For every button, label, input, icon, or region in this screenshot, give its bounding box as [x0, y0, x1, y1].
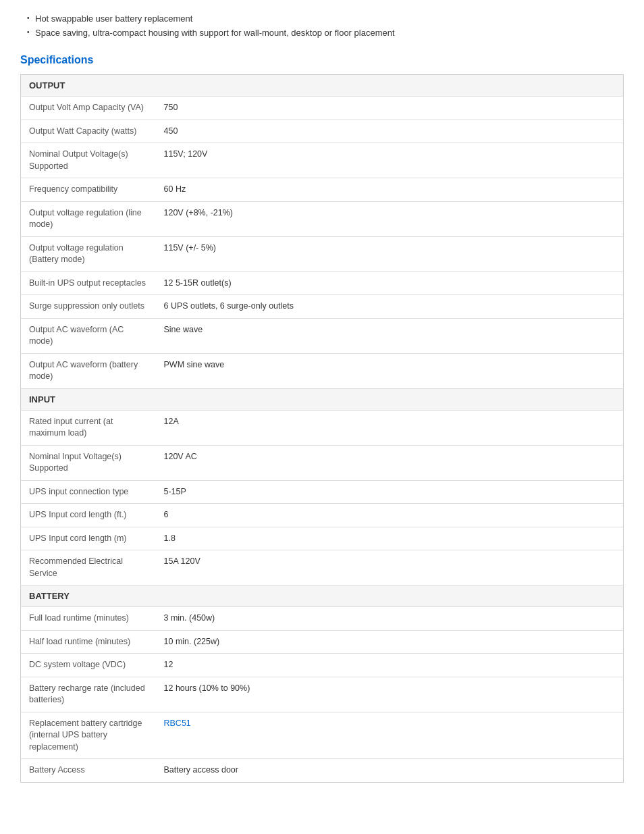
table-row: Output AC waveform (battery mode)PWM sin…: [21, 353, 624, 388]
row-value: 15A 120V: [156, 550, 624, 585]
row-label: Battery recharge rate (included batterie…: [21, 677, 156, 712]
row-label: Replacement battery cartridge (internal …: [21, 712, 156, 759]
row-value: 3 min. (450w): [156, 607, 624, 631]
row-label: Battery Access: [21, 759, 156, 783]
table-row: Output voltage regulation (Battery mode)…: [21, 236, 624, 271]
bullet-item-1: Hot swappable user battery replacement: [27, 14, 624, 24]
row-label: Output voltage regulation (Battery mode): [21, 236, 156, 271]
row-label: UPS Input cord length (ft.): [21, 504, 156, 527]
section-header-output: OUTPUT: [21, 75, 624, 97]
row-value: 450: [156, 120, 624, 143]
section-header-battery: BATTERY: [21, 585, 624, 607]
row-value: 120V (+8%, -21%): [156, 201, 624, 236]
row-label: Output voltage regulation (line mode): [21, 201, 156, 236]
spec-table: OUTPUTOutput Volt Amp Capacity (VA)750Ou…: [20, 74, 624, 783]
row-value: Sine wave: [156, 318, 624, 353]
row-value: Battery access door: [156, 759, 624, 783]
row-value: RBC51: [156, 712, 624, 759]
row-value: 115V (+/- 5%): [156, 236, 624, 271]
row-label: Output Volt Amp Capacity (VA): [21, 97, 156, 120]
row-label: Rated input current (at maximum load): [21, 410, 156, 445]
row-label: Nominal Output Voltage(s) Supported: [21, 143, 156, 178]
row-value: 115V; 120V: [156, 143, 624, 178]
row-label: Output AC waveform (battery mode): [21, 353, 156, 388]
row-value: 5-15P: [156, 480, 624, 504]
table-row: Built-in UPS output receptacles12 5-15R …: [21, 271, 624, 295]
table-row: UPS Input cord length (ft.)6: [21, 504, 624, 527]
table-row: Recommended Electrical Service15A 120V: [21, 550, 624, 585]
table-row: UPS Input cord length (m)1.8: [21, 527, 624, 550]
table-row: Surge suppression only outlets6 UPS outl…: [21, 295, 624, 319]
section-header-input: INPUT: [21, 388, 624, 410]
table-row: Battery recharge rate (included batterie…: [21, 677, 624, 712]
row-value: 6: [156, 504, 624, 527]
table-row: Rated input current (at maximum load)12A: [21, 410, 624, 445]
specs-title: Specifications: [20, 54, 624, 66]
row-label: Nominal Input Voltage(s) Supported: [21, 445, 156, 480]
row-value: 1.8: [156, 527, 624, 550]
table-row: Nominal Output Voltage(s) Supported115V;…: [21, 143, 624, 178]
row-value: 12A: [156, 410, 624, 445]
row-label: Frequency compatibility: [21, 178, 156, 202]
table-row: Output voltage regulation (line mode)120…: [21, 201, 624, 236]
table-row: Output Watt Capacity (watts)450: [21, 120, 624, 143]
table-row: DC system voltage (VDC)12: [21, 654, 624, 677]
row-value: 6 UPS outlets, 6 surge-only outlets: [156, 295, 624, 319]
section-header-label: BATTERY: [21, 585, 624, 607]
row-label: Surge suppression only outlets: [21, 295, 156, 319]
row-link[interactable]: RBC51: [164, 719, 191, 728]
table-row: Full load runtime (minutes)3 min. (450w): [21, 607, 624, 631]
row-label: UPS input connection type: [21, 480, 156, 504]
row-label: UPS Input cord length (m): [21, 527, 156, 550]
row-value: 12 hours (10% to 90%): [156, 677, 624, 712]
row-value: 60 Hz: [156, 178, 624, 202]
row-label: Built-in UPS output receptacles: [21, 271, 156, 295]
table-row: Battery AccessBattery access door: [21, 759, 624, 783]
table-row: UPS input connection type5-15P: [21, 480, 624, 504]
table-row: Output AC waveform (AC mode)Sine wave: [21, 318, 624, 353]
row-value: 120V AC: [156, 445, 624, 480]
section-header-label: INPUT: [21, 388, 624, 410]
bullet-item-2: Space saving, ultra-compact housing with…: [27, 28, 624, 38]
row-label: Recommended Electrical Service: [21, 550, 156, 585]
table-row: Output Volt Amp Capacity (VA)750: [21, 97, 624, 120]
table-row: Nominal Input Voltage(s) Supported120V A…: [21, 445, 624, 480]
table-row: Frequency compatibility60 Hz: [21, 178, 624, 202]
table-row: Replacement battery cartridge (internal …: [21, 712, 624, 759]
row-label: Full load runtime (minutes): [21, 607, 156, 631]
row-label: Output AC waveform (AC mode): [21, 318, 156, 353]
row-value: 10 min. (225w): [156, 630, 624, 654]
section-header-label: OUTPUT: [21, 75, 624, 97]
row-value: PWM sine wave: [156, 353, 624, 388]
row-value: 12 5-15R outlet(s): [156, 271, 624, 295]
row-label: DC system voltage (VDC): [21, 654, 156, 677]
table-row: Half load runtime (minutes)10 min. (225w…: [21, 630, 624, 654]
row-label: Half load runtime (minutes): [21, 630, 156, 654]
row-value: 750: [156, 97, 624, 120]
row-label: Output Watt Capacity (watts): [21, 120, 156, 143]
row-value: 12: [156, 654, 624, 677]
feature-bullets: Hot swappable user battery replacement S…: [20, 14, 624, 38]
